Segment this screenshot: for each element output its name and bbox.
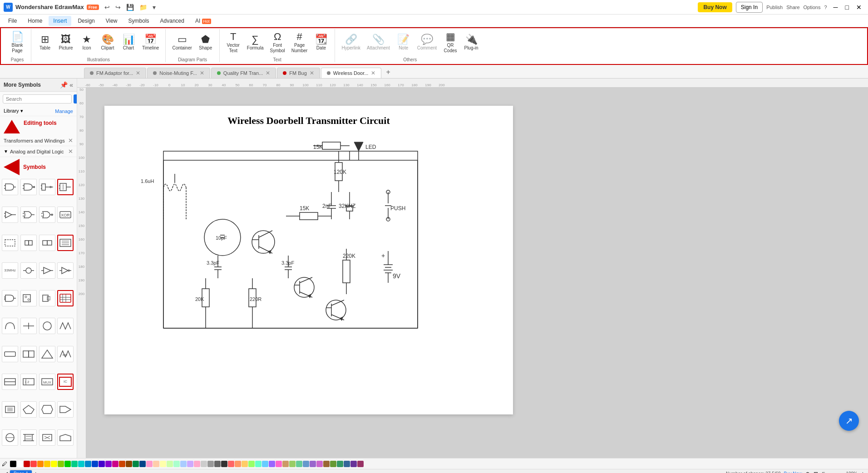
tab-noise-muting-close[interactable]: ✕ [200, 70, 204, 76]
note-button[interactable]: 📝 Note [394, 29, 414, 56]
symbol-inv[interactable] [57, 262, 74, 279]
symbol-30[interactable] [20, 401, 37, 418]
symbol-2[interactable] [20, 179, 37, 195]
menu-view[interactable]: View [101, 16, 122, 26]
symbol-5[interactable] [2, 207, 18, 223]
zoom-fit-button[interactable]: ⊞ [814, 471, 818, 473]
attachment-button[interactable]: 📎 Attachment [364, 29, 393, 56]
menu-ai[interactable]: AI Hot [191, 16, 216, 26]
color-swatch-48[interactable] [337, 461, 343, 467]
color-swatch-46[interactable] [323, 461, 330, 467]
analog-digital-close[interactable]: ✕ [68, 148, 73, 155]
symbol-22[interactable] [20, 346, 37, 362]
color-swatch-0[interactable] [10, 461, 16, 467]
analog-digital-section[interactable]: ▼ Analog and Digital Logic ✕ [0, 146, 77, 157]
color-swatch-45[interactable] [316, 461, 323, 467]
color-swatch-21[interactable] [153, 461, 159, 467]
page-1-tab[interactable]: Page-1 [10, 470, 32, 473]
symbol-11[interactable] [39, 235, 55, 251]
color-swatch-5[interactable] [44, 461, 50, 467]
zoom-in-button[interactable]: + [861, 471, 864, 473]
search-button[interactable]: Search [74, 94, 77, 103]
color-swatch-22[interactable] [160, 461, 166, 467]
close-button[interactable]: ✕ [853, 3, 864, 12]
symbol-28[interactable]: IC [57, 374, 74, 390]
container-button[interactable]: ▭ Container [169, 29, 194, 56]
color-swatch-20[interactable] [146, 461, 153, 467]
menu-symbols[interactable]: Symbols [124, 16, 154, 26]
color-swatch-23[interactable] [167, 461, 173, 467]
symbol-3[interactable] [39, 179, 55, 195]
share-link[interactable]: Share [786, 5, 799, 10]
timeline-button[interactable]: 📅 Timeline [139, 29, 162, 56]
color-swatch-33[interactable] [235, 461, 241, 467]
fit-screen-button[interactable]: ⊕ [805, 471, 810, 473]
diagram-canvas[interactable]: Wireless Doorbell Transmitter Circuit LE… [86, 88, 868, 458]
add-page-button[interactable]: + [34, 471, 37, 473]
open-button[interactable]: 📁 [138, 3, 149, 12]
color-swatch-51[interactable] [357, 461, 364, 467]
search-input[interactable] [3, 94, 72, 103]
symbol-18[interactable] [20, 318, 37, 334]
qr-codes-button[interactable]: ▦ QRCodes [440, 29, 460, 56]
color-swatch-4[interactable] [37, 461, 44, 467]
transformers-section[interactable]: Transformers and Windings ✕ [0, 135, 77, 146]
symbol-16[interactable] [57, 290, 74, 306]
symbol-32[interactable] [57, 401, 74, 418]
chart-button[interactable]: 📊 Chart [118, 29, 138, 56]
symbol-buf[interactable] [39, 262, 55, 279]
color-swatch-2[interactable] [24, 461, 30, 467]
color-swatch-42[interactable] [296, 461, 302, 467]
color-swatch-15[interactable] [112, 461, 118, 467]
color-swatch-19[interactable] [139, 461, 146, 467]
symbol-1[interactable] [2, 179, 18, 195]
symbol-12[interactable] [57, 235, 74, 251]
more-button[interactable]: ▾ [151, 3, 158, 12]
symbol-27[interactable]: MUX [39, 374, 55, 390]
sidebar-pin-button[interactable]: 📌 [60, 81, 68, 89]
color-swatch-16[interactable] [119, 461, 125, 467]
color-swatch-43[interactable] [303, 461, 309, 467]
sign-in-button[interactable]: Sign In [736, 2, 763, 13]
color-swatch-8[interactable] [64, 461, 71, 467]
hyperlink-button[interactable]: 🔗 Hyperlink [339, 29, 363, 56]
color-swatch-6[interactable] [51, 461, 57, 467]
symbol-34[interactable] [20, 429, 37, 446]
symbol-13[interactable] [2, 290, 18, 306]
symbol-6[interactable] [20, 207, 37, 223]
menu-advanced[interactable]: Advanced [156, 16, 189, 26]
tab-fm-adaptor-close[interactable]: ✕ [136, 70, 140, 76]
symbol-10[interactable] [20, 235, 37, 251]
symbol-36[interactable] [57, 429, 74, 446]
save-button[interactable]: 💾 [124, 3, 136, 12]
tab-fm-adaptor[interactable]: FM Adaptor for... ✕ [84, 68, 146, 78]
buy-now-button[interactable]: Buy Now [698, 2, 732, 12]
maximize-button[interactable]: □ [843, 3, 852, 12]
symbol-29[interactable] [2, 401, 18, 418]
symbol-17[interactable] [2, 318, 18, 334]
color-swatch-9[interactable] [71, 461, 78, 467]
color-swatch-28[interactable] [201, 461, 207, 467]
color-swatch-26[interactable] [187, 461, 193, 467]
color-swatch-39[interactable] [276, 461, 282, 467]
clipart-button[interactable]: 🎨 Clipart [98, 29, 118, 56]
page-number-button[interactable]: # PageNumber [289, 29, 311, 56]
color-swatch-40[interactable] [282, 461, 289, 467]
color-swatch-32[interactable] [228, 461, 234, 467]
color-swatch-27[interactable] [194, 461, 200, 467]
color-swatch-13[interactable] [99, 461, 105, 467]
tab-quality-fm-close[interactable]: ✕ [266, 70, 270, 76]
undo-button[interactable]: ↩ [103, 3, 112, 12]
color-swatch-44[interactable] [310, 461, 316, 467]
color-swatch-38[interactable] [269, 461, 275, 467]
date-button[interactable]: 📆 Date [311, 29, 331, 56]
tab-quality-fm[interactable]: Quality FM Tran... ✕ [211, 68, 276, 78]
tab-fm-bug[interactable]: FM Bug ✕ [277, 68, 320, 78]
color-swatch-11[interactable] [85, 461, 91, 467]
menu-design[interactable]: Design [73, 16, 99, 26]
table-button[interactable]: ⊞ Table [35, 29, 55, 56]
fab-button[interactable]: ↗ [839, 411, 859, 431]
symbol-4[interactable] [57, 179, 74, 195]
symbol-7[interactable] [39, 207, 55, 223]
symbol-8[interactable]: XOR [57, 207, 74, 223]
